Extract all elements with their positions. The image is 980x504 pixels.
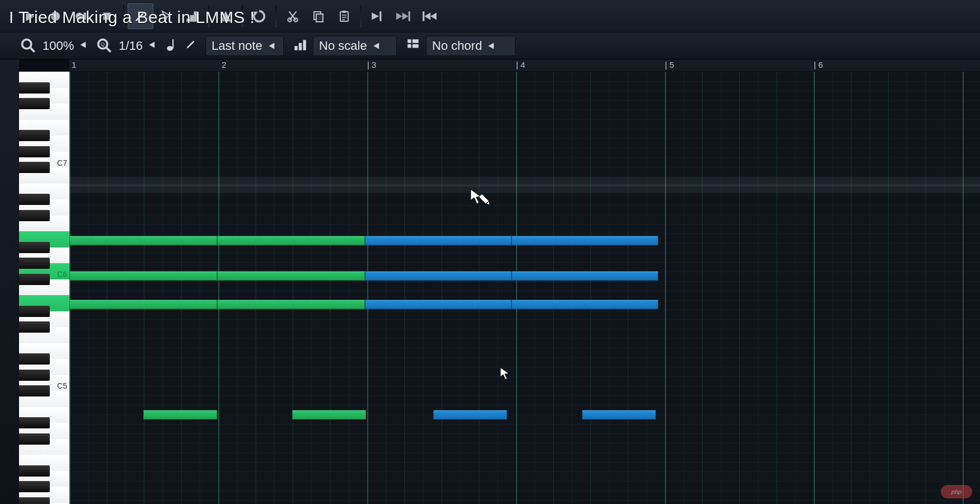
flip-button[interactable] bbox=[213, 3, 238, 29]
svg-rect-20 bbox=[423, 11, 424, 21]
scale-icon bbox=[293, 38, 310, 54]
black-key[interactable] bbox=[19, 162, 50, 173]
dropdown-arrow-icon[interactable] bbox=[148, 41, 156, 51]
midi-note[interactable] bbox=[143, 410, 217, 419]
bar-label: | 5 bbox=[665, 60, 674, 69]
record-step-button[interactable] bbox=[68, 3, 94, 29]
midi-note[interactable] bbox=[512, 236, 658, 245]
svg-rect-40 bbox=[412, 44, 419, 48]
black-key[interactable] bbox=[19, 321, 50, 333]
quantize-value[interactable]: 1/16 bbox=[116, 39, 145, 53]
black-key[interactable] bbox=[19, 497, 50, 505]
skip-start-button[interactable] bbox=[416, 3, 442, 29]
note-length-label: Last note bbox=[212, 39, 262, 53]
main-toolbar bbox=[0, 0, 980, 32]
black-key[interactable] bbox=[19, 98, 50, 109]
svg-point-30 bbox=[167, 46, 173, 51]
play-button[interactable] bbox=[17, 3, 43, 29]
black-key[interactable] bbox=[19, 481, 50, 492]
black-key[interactable] bbox=[19, 433, 50, 445]
svg-marker-25 bbox=[81, 41, 86, 48]
svg-line-24 bbox=[30, 47, 35, 52]
black-key[interactable] bbox=[19, 130, 50, 141]
midi-note[interactable] bbox=[69, 300, 217, 309]
select-mode-button[interactable] bbox=[153, 3, 179, 29]
midi-note[interactable] bbox=[582, 410, 656, 419]
midi-note[interactable] bbox=[512, 271, 658, 281]
svg-rect-16 bbox=[379, 11, 381, 21]
black-key[interactable] bbox=[19, 194, 50, 205]
bar-label: | 3 bbox=[367, 60, 376, 69]
paste-button[interactable] bbox=[331, 3, 357, 29]
key-label: C5 bbox=[57, 381, 67, 390]
midi-note[interactable] bbox=[217, 300, 365, 309]
black-key[interactable] bbox=[19, 242, 50, 253]
svg-rect-6 bbox=[190, 15, 194, 21]
black-key[interactable] bbox=[19, 385, 50, 396]
svg-marker-0 bbox=[26, 11, 35, 21]
midi-note[interactable] bbox=[433, 410, 507, 419]
pencil-icon bbox=[185, 38, 202, 54]
svg-rect-37 bbox=[407, 39, 411, 43]
piano-keyboard[interactable]: C7C6C5 bbox=[19, 72, 69, 504]
chord-dropdown[interactable]: No chord bbox=[426, 36, 515, 56]
midi-note[interactable] bbox=[365, 271, 512, 281]
grid-background bbox=[69, 72, 980, 504]
timeline-ruler[interactable]: 12| 3| 4| 5| 6 bbox=[69, 59, 980, 72]
black-key[interactable] bbox=[19, 82, 50, 94]
cut-button[interactable] bbox=[280, 3, 306, 29]
skip-end-button[interactable] bbox=[391, 3, 416, 29]
bar-label: 1 bbox=[72, 60, 76, 69]
svg-marker-15 bbox=[372, 12, 379, 20]
left-margin bbox=[0, 0, 19, 504]
svg-marker-36 bbox=[373, 43, 379, 49]
svg-rect-14 bbox=[343, 11, 346, 13]
svg-rect-19 bbox=[409, 11, 410, 21]
detuning-mode-button[interactable] bbox=[179, 3, 205, 29]
black-key[interactable] bbox=[19, 258, 50, 269]
svg-rect-3 bbox=[83, 12, 86, 20]
loop-button[interactable] bbox=[246, 3, 272, 29]
black-key[interactable] bbox=[19, 370, 50, 381]
svg-rect-35 bbox=[303, 40, 306, 50]
midi-note[interactable] bbox=[365, 300, 512, 309]
copy-button[interactable] bbox=[306, 3, 331, 29]
black-key[interactable] bbox=[19, 465, 50, 477]
svg-rect-31 bbox=[172, 39, 174, 48]
midi-note[interactable] bbox=[292, 410, 366, 419]
separator bbox=[208, 5, 209, 27]
scale-dropdown[interactable]: No scale bbox=[313, 36, 397, 56]
draw-mode-button[interactable] bbox=[128, 3, 153, 29]
black-key[interactable] bbox=[19, 417, 50, 428]
dropdown-arrow-icon[interactable] bbox=[79, 41, 87, 51]
midi-note[interactable] bbox=[217, 271, 365, 281]
svg-text:Q: Q bbox=[101, 41, 105, 47]
scale-label: No scale bbox=[319, 39, 367, 53]
svg-line-27 bbox=[106, 47, 111, 52]
midi-note[interactable] bbox=[512, 300, 658, 309]
note-grid[interactable] bbox=[69, 72, 980, 504]
black-key[interactable] bbox=[19, 306, 50, 317]
separator bbox=[360, 5, 362, 27]
key-label: C7 bbox=[57, 158, 67, 167]
note-length-group: Last note bbox=[165, 36, 289, 56]
midi-note[interactable] bbox=[365, 236, 512, 245]
black-key[interactable] bbox=[19, 210, 50, 221]
midi-note[interactable] bbox=[217, 236, 365, 245]
zoom-value[interactable]: 100% bbox=[40, 39, 76, 53]
separator bbox=[242, 5, 243, 27]
svg-rect-4 bbox=[104, 12, 111, 20]
midi-note[interactable] bbox=[69, 236, 217, 245]
black-key[interactable] bbox=[19, 353, 50, 365]
black-key[interactable] bbox=[19, 274, 50, 285]
skip-forward-button[interactable] bbox=[365, 3, 391, 29]
black-key[interactable] bbox=[19, 146, 50, 157]
svg-rect-5 bbox=[186, 18, 190, 21]
record-button[interactable] bbox=[43, 3, 68, 29]
stop-button[interactable] bbox=[94, 3, 120, 29]
midi-note[interactable] bbox=[69, 271, 217, 281]
note-length-dropdown[interactable]: Last note bbox=[205, 36, 284, 56]
svg-rect-33 bbox=[294, 46, 297, 50]
svg-rect-34 bbox=[299, 43, 302, 50]
chord-label: No chord bbox=[432, 39, 482, 53]
